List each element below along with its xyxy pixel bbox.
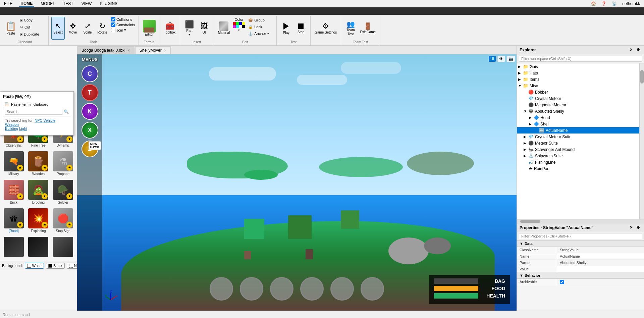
camera-button[interactable]: 📷 (506, 56, 515, 62)
link-light[interactable]: Light (19, 126, 27, 130)
menu-model[interactable]: MODEL (39, 1, 56, 7)
ui-button[interactable]: 🖼 UI (198, 17, 211, 40)
tree-item-head[interactable]: ▶ 🔷 Head (517, 114, 639, 121)
search-input[interactable] (5, 109, 62, 115)
home-icon[interactable]: 🏠 (590, 1, 597, 7)
viewport[interactable]: UI 👁 📷 MENUS C T K X Z NEWHATS! (77, 54, 517, 311)
tree-item-magnetite-meteor[interactable]: ⚫ Magnetite Meteor (517, 102, 639, 108)
tree-arrow[interactable]: ▶ (524, 148, 528, 151)
toolbox-item-dark1[interactable] (2, 235, 25, 259)
exit-game-button[interactable]: 🚪 Exit Game (359, 17, 377, 40)
toolbox-item-soldier[interactable]: 🪖 ★ Soldier (51, 178, 75, 206)
tree-arrow[interactable]: ▶ (529, 122, 534, 126)
toolbox-button[interactable]: 🧰 Toolbox (163, 17, 177, 40)
tree-item-rainpart[interactable]: 🌧 RainPart (517, 165, 639, 172)
tree-arrow[interactable]: ▶ (518, 71, 523, 75)
move-button[interactable]: ✥ Move (66, 17, 79, 40)
data-section-header[interactable]: ▼ Data (517, 241, 644, 247)
part-button[interactable]: ⬛ Part ▾ (183, 17, 196, 40)
toolbox-item-road[interactable]: 🛣 ★ [Road] (2, 207, 25, 234)
avatar-x[interactable]: X (82, 122, 98, 139)
scale-button[interactable]: ⤢ Scale (81, 17, 94, 40)
props-val-classname[interactable]: StringValue (557, 247, 644, 253)
toolbox-item-drooling[interactable]: 🧟 ★ Drooling (27, 178, 50, 206)
material-button[interactable]: Material (217, 17, 231, 40)
props-val-archivable[interactable] (557, 279, 644, 286)
bg-black-button[interactable]: Black (46, 263, 65, 269)
tree-arrow[interactable]: ▶ (529, 116, 534, 119)
properties-close-icon[interactable]: ✕ (628, 225, 634, 230)
toolbox-item-exploding[interactable]: 💥 ★ Exploding (27, 207, 50, 234)
hud-slot6[interactable] (361, 277, 384, 301)
terrain-editor-button[interactable]: Editor (142, 17, 157, 40)
bg-white-button[interactable]: White (25, 263, 44, 269)
tab-booga-close[interactable]: ✕ (127, 49, 130, 52)
toolbox-item-dark2[interactable] (27, 235, 50, 259)
explorer-hscrollbar[interactable] (517, 219, 644, 223)
toolbox-item-stopsign[interactable]: 🛑 ★ Stop Sign (51, 207, 75, 234)
tree-arrow[interactable]: ▶ (524, 135, 528, 139)
link-npc[interactable]: NPC (35, 118, 42, 122)
avatar-t[interactable]: T (82, 84, 98, 101)
avatar-z[interactable]: Z NEWHATS! (82, 141, 98, 157)
tree-item-shell[interactable]: ▶ 🔷 Shell (517, 121, 639, 127)
join-checkbox[interactable]: Join▾ (110, 28, 136, 33)
command-input[interactable] (3, 313, 103, 317)
tab-shellymover-close[interactable]: ✕ (164, 49, 166, 52)
props-val-name[interactable]: ActualName (557, 253, 644, 259)
tree-item-shipwrecksuite[interactable]: ▶ ⚓ ShipwreckSuite (517, 153, 639, 159)
archivable-checkbox[interactable] (560, 280, 564, 284)
properties-filter-input[interactable] (519, 233, 642, 239)
explorer-close-icon[interactable]: ✕ (628, 47, 634, 53)
tree-item-bobber[interactable]: 🔴 Bobber (517, 89, 639, 95)
properties-settings-icon[interactable]: ⚙ (635, 225, 641, 230)
toolbox-item-brick[interactable]: 🧱 ★ Brick (2, 178, 25, 206)
ui-mode-button[interactable]: UI (488, 56, 496, 62)
paste-item-clipboard[interactable]: 📋 Paste item in clipboard (3, 101, 71, 107)
menu-plugins[interactable]: PLUGINS (98, 1, 119, 7)
props-val-value[interactable] (557, 266, 644, 272)
visibility-button[interactable]: 👁 (497, 56, 505, 62)
rotate-button[interactable]: ↻ Rotate (96, 17, 109, 40)
tab-shellymover[interactable]: ShellyMover ✕ (135, 46, 171, 54)
menu-home[interactable]: HOME (19, 0, 34, 7)
color-button[interactable]: Color ▾ (232, 17, 246, 33)
stop-button[interactable]: Stop (294, 17, 308, 40)
tree-item-hats[interactable]: ▶ 📁 Hats (517, 70, 639, 76)
tree-item-items[interactable]: ▶ 📁 Items (517, 76, 639, 83)
menu-view[interactable]: VIEW (80, 1, 93, 7)
toolbox-item-wooden[interactable]: 🪵 ★ Wooden (27, 150, 50, 177)
anchor-button[interactable]: ⚓Anchor ▾ (247, 30, 274, 37)
toolbox-item-military[interactable]: 🔫 ★ Military (2, 150, 25, 177)
duplicate-button[interactable]: ⎘Duplicate (19, 31, 46, 38)
play-button[interactable]: Play (279, 17, 293, 40)
hud-slot5[interactable] (330, 277, 354, 301)
explorer-vscrollbar-thumb[interactable] (640, 70, 644, 84)
tree-item-meteor-suite[interactable]: ▶ ⚫ Meteor Suite (517, 140, 639, 146)
tree-item-guis[interactable]: ▶ 📁 Guis (517, 63, 639, 70)
explorer-filter-input[interactable] (519, 56, 642, 62)
hud-slot3[interactable] (270, 277, 293, 301)
select-button[interactable]: ↖ Select (51, 17, 65, 40)
hud-slot1[interactable] (210, 277, 233, 301)
tree-arrow[interactable]: ▶ (518, 77, 523, 81)
game-settings-button[interactable]: ⚙ Game Settings (313, 17, 338, 40)
cut-button[interactable]: ✂Cut (19, 24, 46, 31)
help-icon[interactable]: ❓ (600, 1, 608, 7)
avatar-c[interactable]: C (82, 65, 98, 82)
hud-slot2[interactable] (240, 277, 263, 301)
cloud-icon[interactable]: 📡 (610, 1, 618, 7)
tree-arrow[interactable]: ▶ (524, 141, 528, 145)
tree-item-fishingline[interactable]: 🎣 FishingLine (517, 159, 639, 165)
tree-item-actualname[interactable]: 🔤 ActualName (517, 127, 639, 134)
menu-test[interactable]: TEST (62, 1, 75, 7)
toolbox-item-propane[interactable]: ⚗ ★ Propane (51, 150, 75, 177)
tree-arrow[interactable]: ▼ (518, 84, 523, 88)
link-weapon[interactable]: Weapon (5, 122, 19, 126)
search-icon[interactable]: 🔍 (64, 109, 69, 114)
tree-item-crystal-meteor-suite[interactable]: ▶ 💎 Crystal Meteor Suite (517, 134, 639, 140)
link-vehicle[interactable]: Vehicle (44, 118, 55, 122)
group-button[interactable]: 📦Group (247, 17, 274, 23)
team-test-button[interactable]: 👥 TeamTest (344, 17, 357, 40)
tab-booga[interactable]: Booga Booga leak 0.rbxl ✕ (77, 46, 135, 54)
